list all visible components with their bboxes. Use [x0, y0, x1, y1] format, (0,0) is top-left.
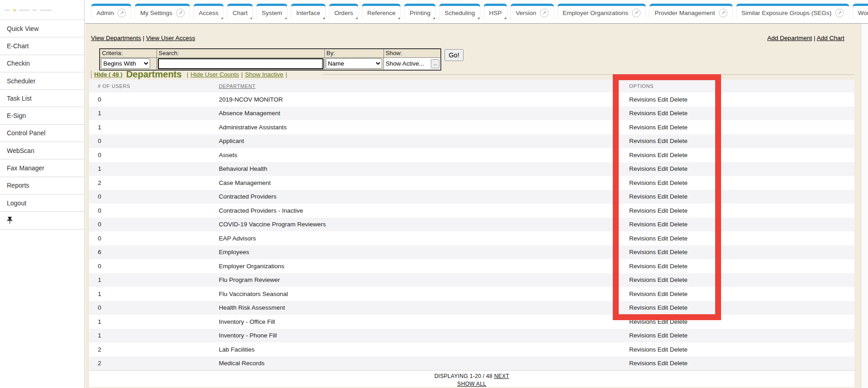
edit-link[interactable]: Edit — [657, 318, 668, 325]
sidebar-item[interactable]: Task List — [0, 90, 84, 107]
show-all-link[interactable]: SHOW ALL — [457, 381, 486, 387]
tab[interactable]: Reference — [362, 4, 401, 20]
edit-link[interactable]: Edit — [657, 249, 668, 255]
delete-link[interactable]: Delete — [670, 193, 687, 200]
view-departments-link[interactable]: View Departments — [91, 35, 141, 41]
add-department-link[interactable]: Add Department — [767, 35, 812, 41]
edit-link[interactable]: Edit — [657, 332, 668, 339]
delete-link[interactable]: Delete — [670, 138, 687, 144]
criteria-select[interactable]: Begins With — [101, 58, 150, 69]
revisions-link[interactable]: Revisions — [629, 304, 656, 311]
go-button[interactable]: Go! — [444, 49, 464, 61]
revisions-link[interactable]: Revisions — [629, 360, 656, 367]
external-link-icon[interactable]: ↗ — [176, 9, 185, 17]
delete-link[interactable]: Delete — [670, 304, 687, 311]
sidebar-item[interactable]: Scheduler — [0, 72, 84, 90]
edit-link[interactable]: Edit — [657, 263, 668, 270]
edit-link[interactable]: Edit — [657, 179, 668, 186]
delete-link[interactable]: Delete — [670, 179, 687, 186]
delete-link[interactable]: Delete — [670, 346, 687, 353]
tab[interactable]: Scheduling — [439, 4, 480, 20]
edit-link[interactable]: Edit — [657, 207, 668, 214]
delete-link[interactable]: Delete — [670, 318, 687, 325]
add-chart-link[interactable]: Add Chart — [817, 35, 844, 41]
tab[interactable]: My Settings ↗ — [135, 4, 190, 20]
revisions-link[interactable]: Revisions — [629, 276, 656, 283]
edit-link[interactable]: Edit — [657, 124, 668, 131]
show-inactive-link[interactable]: Show Inactive — [245, 71, 283, 78]
tab[interactable]: Printing — [404, 4, 436, 20]
sidebar-item[interactable]: Reports — [0, 177, 84, 194]
edit-link[interactable]: Edit — [657, 165, 668, 172]
sidebar-item[interactable]: Control Panel — [0, 125, 84, 142]
edit-link[interactable]: Edit — [657, 221, 668, 228]
hide-count-link[interactable]: Hide ( 48 ) — [94, 71, 122, 78]
hide-user-counts-link[interactable]: Hide User Counts — [191, 71, 239, 78]
view-user-access-link[interactable]: View User Access — [146, 35, 195, 41]
edit-link[interactable]: Edit — [657, 193, 668, 200]
delete-link[interactable]: Delete — [670, 276, 687, 283]
external-link-icon[interactable]: ↗ — [117, 9, 126, 17]
tab[interactable]: Orders — [329, 4, 358, 20]
revisions-link[interactable]: Revisions — [629, 165, 656, 172]
edit-link[interactable]: Edit — [657, 138, 668, 144]
external-link-icon[interactable]: ↗ — [719, 9, 727, 17]
revisions-link[interactable]: Revisions — [629, 152, 656, 158]
external-link-icon[interactable]: ↗ — [835, 9, 844, 17]
sidebar-item[interactable]: Logout — [0, 194, 84, 212]
sidebar-item[interactable]: E-Sign — [0, 107, 84, 124]
revisions-link[interactable]: Revisions — [629, 332, 656, 339]
tab[interactable]: Access — [193, 4, 224, 20]
delete-link[interactable]: Delete — [670, 263, 687, 270]
delete-link[interactable]: Delete — [670, 249, 687, 255]
tab[interactable]: Employer Organizations ↗ — [557, 4, 646, 20]
sidebar-item[interactable]: WebScan — [0, 142, 84, 159]
edit-link[interactable]: Edit — [657, 276, 668, 283]
sidebar-item[interactable]: Quick View — [0, 20, 84, 37]
delete-link[interactable]: Delete — [670, 332, 687, 339]
delete-link[interactable]: Delete — [670, 360, 687, 367]
delete-link[interactable]: Delete — [670, 291, 687, 297]
revisions-link[interactable]: Revisions — [629, 263, 656, 270]
revisions-link[interactable]: Revisions — [629, 235, 656, 242]
edit-link[interactable]: Edit — [657, 96, 668, 103]
edit-link[interactable]: Edit — [657, 235, 668, 242]
delete-link[interactable]: Delete — [670, 165, 687, 172]
tab[interactable]: Version ↗ — [510, 4, 554, 20]
tab[interactable]: Admin ↗ — [91, 4, 131, 20]
revisions-link[interactable]: Revisions — [629, 221, 656, 228]
tab[interactable]: Similar Exposure Groups (SEGs) ↗ — [736, 4, 849, 20]
delete-link[interactable]: Delete — [670, 110, 687, 117]
edit-link[interactable]: Edit — [657, 360, 668, 367]
revisions-link[interactable]: Revisions — [629, 96, 656, 103]
tab[interactable]: Wor — [853, 4, 868, 20]
edit-link[interactable]: Edit — [657, 291, 668, 297]
delete-link[interactable]: Delete — [670, 235, 687, 242]
tab[interactable]: Interface — [291, 4, 326, 20]
sidebar-item[interactable]: Fax Manager — [0, 159, 84, 177]
delete-link[interactable]: Delete — [670, 207, 687, 214]
next-page-link[interactable]: NEXT — [494, 373, 509, 379]
sidebar-pin-button[interactable] — [0, 212, 84, 229]
show-filter-value[interactable]: Show Active... — [385, 60, 424, 67]
show-filter-more-button[interactable]: ... — [431, 59, 439, 68]
revisions-link[interactable]: Revisions — [629, 249, 656, 255]
delete-link[interactable]: Delete — [670, 152, 687, 158]
external-link-icon[interactable]: ↗ — [632, 9, 641, 17]
by-select[interactable]: Name — [326, 58, 382, 69]
revisions-link[interactable]: Revisions — [629, 291, 656, 297]
revisions-link[interactable]: Revisions — [629, 207, 656, 214]
edit-link[interactable]: Edit — [657, 304, 668, 311]
sidebar-item[interactable]: E-Chart — [0, 37, 84, 55]
revisions-link[interactable]: Revisions — [629, 193, 656, 200]
col-header-department[interactable]: DEPARTMENT — [219, 83, 621, 89]
tab[interactable]: HSP — [484, 4, 507, 20]
revisions-link[interactable]: Revisions — [629, 110, 656, 117]
sidebar-item[interactable]: Checkin — [0, 55, 84, 72]
edit-link[interactable]: Edit — [657, 346, 668, 353]
revisions-link[interactable]: Revisions — [629, 124, 656, 131]
tab[interactable]: Provider Management ↗ — [649, 4, 733, 20]
revisions-link[interactable]: Revisions — [629, 138, 656, 144]
revisions-link[interactable]: Revisions — [629, 346, 656, 353]
tab[interactable]: Chart — [227, 4, 253, 20]
